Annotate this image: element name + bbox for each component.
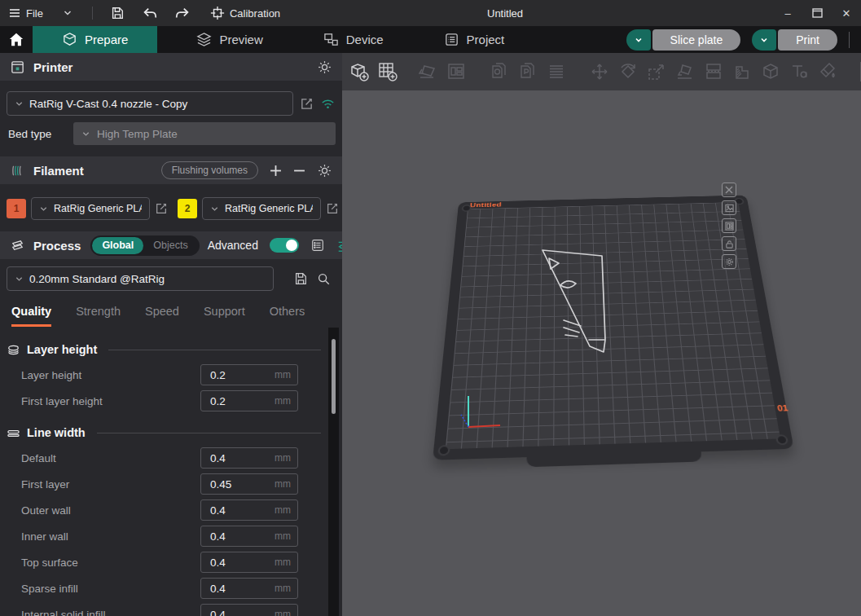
move-button[interactable]: [589, 61, 610, 82]
add-object-button[interactable]: [349, 61, 370, 82]
calibration-button[interactable]: Calibration: [210, 6, 280, 20]
filament-section-header: Filament Flushing volumes: [0, 156, 342, 184]
save-preset-icon[interactable]: [293, 271, 308, 286]
add-filament-icon[interactable]: [270, 165, 282, 177]
filament-1-select[interactable]: RatRig Generic PLA: [31, 197, 150, 220]
plate-screw: [775, 434, 789, 445]
edit-filament-2-icon[interactable]: [326, 202, 339, 215]
scale-button[interactable]: [646, 61, 667, 82]
line-width-inner-wall-input[interactable]: 0.4 mm: [200, 526, 298, 547]
bed-type-select[interactable]: High Temp Plate: [73, 122, 336, 145]
merge-layers-button[interactable]: [546, 61, 567, 82]
scope-objects[interactable]: Objects: [143, 237, 197, 254]
search-preset-icon[interactable]: [316, 271, 331, 286]
tab-support[interactable]: Support: [204, 305, 245, 327]
file-menu[interactable]: File: [8, 7, 43, 20]
filament-1-value: RatRig Generic PLA: [54, 203, 142, 214]
scope-global[interactable]: Global: [92, 237, 143, 254]
settings-scrollbar[interactable]: [328, 328, 339, 616]
tab-prepare[interactable]: Prepare: [33, 26, 157, 53]
filament-2-swatch[interactable]: 2: [178, 199, 197, 218]
lay-on-face-button[interactable]: [674, 61, 696, 82]
line-width-outer-wall-input[interactable]: 0.4 mm: [200, 499, 298, 521]
slice-options-dropdown[interactable]: [626, 29, 651, 51]
variable-layer-height-button[interactable]: [731, 61, 753, 82]
delete-plate-icon[interactable]: [722, 183, 736, 197]
filament-1-swatch[interactable]: 1: [7, 199, 26, 218]
edit-printer-icon[interactable]: [300, 97, 314, 111]
mesh-boolean-button[interactable]: [760, 61, 781, 82]
color-painting-button[interactable]: [817, 61, 838, 82]
setting-unit: mm: [275, 557, 291, 568]
plate-name-label[interactable]: Untitled: [470, 201, 502, 209]
process-preset-select[interactable]: 0.20mm Standard @RatRig: [7, 266, 274, 291]
tab-others[interactable]: Others: [270, 305, 305, 327]
redo-button[interactable]: [171, 3, 194, 23]
add-plate-button[interactable]: [377, 61, 398, 82]
print-button[interactable]: Print: [752, 29, 837, 51]
advanced-toggle[interactable]: [270, 238, 299, 253]
minimize-button[interactable]: –: [773, 0, 802, 26]
plate-screw: [437, 445, 450, 455]
printer-wifi-icon[interactable]: [320, 97, 336, 110]
slice-plate-label: Slice plate: [652, 29, 741, 51]
tab-strength[interactable]: Strength: [76, 305, 121, 327]
filament-2-value: RatRig Generic PLA: [225, 203, 313, 214]
viewport-toolbar: [342, 53, 861, 90]
tab-preview[interactable]: Preview: [175, 26, 283, 53]
line-width-first-layer-input[interactable]: 0.45 mm: [200, 473, 298, 495]
tab-project[interactable]: Project: [423, 26, 526, 53]
maximize-button[interactable]: [802, 0, 832, 26]
line-width-internal-solid-infill-input[interactable]: 0.4 mm: [200, 604, 298, 616]
print-options-dropdown[interactable]: [752, 29, 776, 51]
line-width-default-input[interactable]: 0.4 mm: [200, 447, 298, 469]
arrange-button[interactable]: [446, 61, 467, 82]
line-width-top-surface-input[interactable]: 0.4 mm: [200, 552, 298, 573]
first-layer-height-input[interactable]: 0.2 mm: [200, 390, 298, 411]
file-menu-dropdown[interactable]: [56, 3, 79, 23]
parameter-list-icon[interactable]: [310, 238, 325, 253]
text-tool-button[interactable]: [789, 61, 810, 82]
flushing-volumes-label: Flushing volumes: [172, 165, 248, 176]
save-button[interactable]: [106, 3, 129, 23]
build-plate[interactable]: Untitled 01: [433, 195, 794, 460]
flushing-volumes-button[interactable]: Flushing volumes: [161, 161, 258, 179]
setting-value: 0.45: [210, 478, 275, 491]
group-title-line-width: Line width: [27, 426, 86, 439]
filament-settings-gear-icon[interactable]: [317, 163, 332, 178]
printer-section-title: Printer: [33, 60, 72, 74]
printer-settings-gear-icon[interactable]: [317, 59, 332, 75]
remove-filament-icon[interactable]: [293, 165, 305, 177]
plate-arrange-icon[interactable]: [722, 218, 736, 233]
copy-button[interactable]: [489, 61, 510, 82]
group-divider: [97, 433, 321, 433]
line-width-sparse-infill-input[interactable]: 0.4 mm: [200, 578, 298, 599]
scrollbar-thumb[interactable]: [332, 339, 336, 414]
filament-2-select[interactable]: RatRig Generic PLA: [202, 197, 321, 220]
project-icon: [444, 32, 459, 47]
edit-filament-1-icon[interactable]: [155, 202, 168, 215]
plate-image-icon[interactable]: [722, 200, 736, 215]
tab-quality[interactable]: Quality: [11, 305, 51, 327]
tab-speed[interactable]: Speed: [145, 305, 179, 327]
home-button[interactable]: [0, 26, 33, 53]
slice-plate-button[interactable]: Slice plate: [626, 29, 741, 51]
rotate-button[interactable]: [617, 61, 639, 82]
setting-row: Sparse infill 0.4 mm: [7, 575, 321, 601]
plate-settings-gear-icon[interactable]: [722, 254, 736, 269]
lock-plate-icon[interactable]: [722, 236, 736, 251]
setting-label: First layer height: [7, 395, 200, 407]
split-button[interactable]: [703, 61, 724, 82]
close-button[interactable]: ✕: [832, 0, 861, 26]
setting-row: First layer height 0.2 mm: [7, 388, 321, 414]
viewport-3d[interactable]: Untitled 01: [342, 53, 861, 616]
printer-preset-select[interactable]: RatRig V-Cast 0.4 nozzle - Copy: [7, 91, 293, 116]
tab-preview-label: Preview: [219, 33, 262, 46]
auto-orient-button[interactable]: [417, 61, 438, 82]
layer-height-input[interactable]: 0.2 mm: [200, 364, 298, 385]
setting-label: First layer: [7, 478, 200, 491]
paste-button[interactable]: [517, 61, 538, 82]
setting-label: Layer height: [7, 369, 200, 381]
tab-device[interactable]: Device: [302, 26, 405, 53]
undo-button[interactable]: [138, 3, 161, 23]
